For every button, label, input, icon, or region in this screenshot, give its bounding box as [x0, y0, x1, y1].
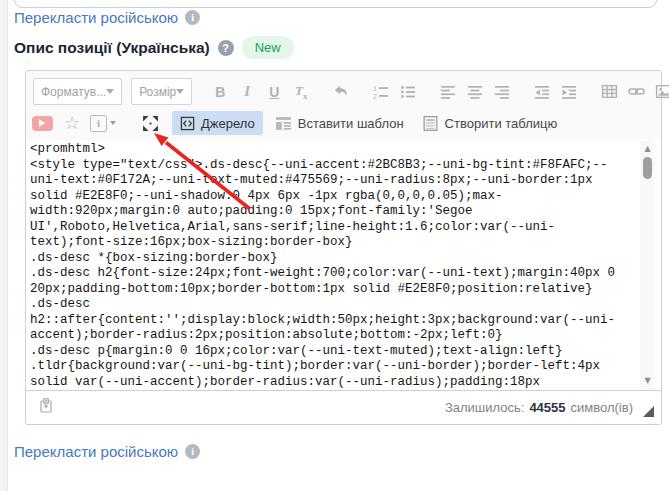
link-icon: [628, 83, 645, 100]
insert-template-button[interactable]: Вставити шаблон: [269, 111, 410, 135]
table-document-icon: [422, 115, 439, 132]
paragraph-format-label: Форматув...: [41, 85, 106, 99]
decrease-indent-button[interactable]: [530, 80, 554, 104]
increase-indent-icon: [561, 84, 577, 100]
numbered-list-icon: 12: [373, 84, 389, 100]
remove-format-icon: Tx: [295, 83, 307, 101]
align-left-icon: [440, 84, 456, 100]
decrease-indent-icon: [534, 84, 550, 100]
info-icon[interactable]: i: [185, 444, 200, 459]
align-right-icon: [494, 84, 510, 100]
undo-button[interactable]: [329, 80, 353, 104]
new-badge: New: [242, 36, 294, 59]
create-table-label: Створити таблицю: [445, 116, 558, 131]
italic-icon: I: [244, 83, 250, 100]
undo-icon: [333, 83, 350, 100]
chevron-down-icon: [110, 121, 116, 125]
numbered-list-button[interactable]: 12: [369, 80, 393, 104]
create-table-button[interactable]: Створити таблицю: [416, 111, 564, 135]
chevron-down-icon: [176, 89, 184, 94]
increase-indent-button[interactable]: [557, 80, 581, 104]
bulleted-list-icon: [400, 84, 416, 100]
info-icon[interactable]: i: [185, 10, 200, 25]
remaining-label: Залишилось:: [445, 400, 524, 415]
editor-toolbar: Форматув... Розмір B I U Tx 12: [26, 71, 661, 141]
bold-icon: B: [215, 84, 225, 100]
source-code-textarea[interactable]: <promhtml> <style type="text/css">.ds-de…: [26, 140, 661, 391]
source-edit-area: <promhtml> <style type="text/css">.ds-de…: [26, 140, 661, 391]
scrollbar-thumb[interactable]: [643, 157, 652, 179]
source-button[interactable]: Джерело: [172, 111, 263, 135]
svg-text:1: 1: [373, 85, 377, 92]
underline-icon: U: [269, 84, 279, 100]
font-size-label: Розмір: [139, 85, 176, 99]
info-box-icon: i: [90, 115, 107, 132]
table-icon: [601, 83, 618, 100]
favorite-button[interactable]: ☆: [60, 111, 84, 135]
resize-handle[interactable]: [643, 406, 654, 417]
page: Перекласти російською i Опис позиції (Ук…: [0, 0, 669, 491]
source-button-label: Джерело: [201, 116, 255, 131]
translate-to-russian-link-top[interactable]: Перекласти російською: [14, 9, 178, 26]
remaining-units: символ(ів): [571, 400, 633, 415]
remove-format-button[interactable]: Tx: [289, 80, 313, 104]
insert-video-button[interactable]: [30, 111, 54, 135]
scroll-down-icon[interactable]: ▼: [644, 375, 650, 387]
youtube-icon: [32, 116, 53, 131]
align-left-button[interactable]: [436, 80, 460, 104]
italic-button[interactable]: I: [235, 80, 259, 104]
source-code-icon: [180, 116, 195, 131]
bulleted-list-button[interactable]: [396, 80, 420, 104]
image-button[interactable]: [651, 80, 669, 104]
translate-to-russian-link-bottom[interactable]: Перекласти російською: [14, 443, 178, 460]
svg-text:2: 2: [373, 93, 377, 100]
align-center-icon: [467, 84, 483, 100]
underline-button[interactable]: U: [262, 80, 286, 104]
info-block-dropdown[interactable]: i: [90, 115, 116, 132]
insert-template-label: Вставити шаблон: [298, 116, 404, 131]
cropped-input-above: [14, 0, 657, 8]
page-left-gutter: [0, 0, 8, 491]
star-icon: ☆: [64, 114, 80, 132]
maximize-icon: [142, 115, 159, 132]
rich-text-editor: Форматув... Розмір B I U Tx 12: [25, 70, 662, 425]
align-center-button[interactable]: [463, 80, 487, 104]
bold-button[interactable]: B: [208, 80, 232, 104]
remaining-count: 44555: [529, 400, 565, 415]
paragraph-format-dropdown[interactable]: Форматув...: [33, 78, 122, 105]
align-right-button[interactable]: [490, 80, 514, 104]
link-button[interactable]: [624, 80, 648, 104]
field-title: Опис позиції (Українська): [14, 39, 210, 57]
maximize-button[interactable]: [138, 111, 162, 135]
chevron-down-icon: [106, 89, 114, 94]
element-path-icon[interactable]: [38, 397, 54, 419]
font-size-dropdown[interactable]: Розмір: [131, 78, 192, 105]
table-button[interactable]: [597, 80, 621, 104]
characters-remaining: Залишилось: 44555 символ(ів): [445, 400, 633, 415]
vertical-scrollbar[interactable]: ▲ ▼: [640, 141, 655, 390]
image-icon: [655, 83, 669, 100]
scroll-up-icon[interactable]: ▲: [644, 143, 650, 155]
template-icon: [275, 115, 292, 132]
help-question-icon[interactable]: ?: [218, 40, 234, 56]
editor-status-bar: Залишилось: 44555 символ(ів): [26, 390, 661, 424]
